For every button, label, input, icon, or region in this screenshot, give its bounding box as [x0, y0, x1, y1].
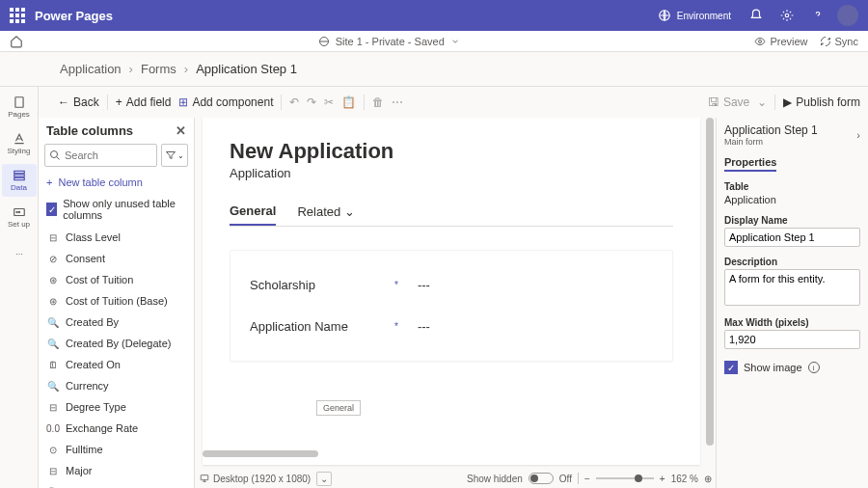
site-picker[interactable]: Site 1 - Private - Saved — [23, 36, 754, 47]
display-name-input[interactable] — [724, 228, 860, 247]
more-button[interactable]: ⋯ — [392, 95, 403, 109]
column-item[interactable]: ⊟Degree Type — [39, 396, 194, 418]
close-panel-button[interactable]: ✕ — [176, 123, 186, 138]
crumb-forms[interactable]: Forms — [141, 62, 176, 76]
notifications-button[interactable] — [741, 0, 772, 31]
search-input[interactable] — [65, 149, 132, 161]
sync-icon — [820, 36, 831, 47]
column-item[interactable]: 0.0Exchange Rate — [39, 418, 194, 439]
pages-icon — [13, 95, 26, 109]
top-bar: Power Pages Environment — [0, 0, 868, 31]
toggle-state: Off — [559, 474, 572, 484]
help-button[interactable] — [802, 0, 833, 31]
column-item[interactable]: ⊛Cost of Tuition (Base) — [39, 290, 194, 312]
environment-picker[interactable]: Environment — [658, 9, 731, 22]
description-input[interactable]: A form for this entity. — [724, 269, 860, 306]
nav-pages[interactable]: Pages — [2, 91, 37, 123]
user-avatar[interactable] — [837, 5, 858, 26]
nav-setup[interactable]: Set up — [2, 201, 37, 233]
tab-general[interactable]: General — [230, 198, 276, 226]
column-item[interactable]: ⊛Cost of Tuition — [39, 269, 194, 290]
column-type-icon: 🔍 — [46, 381, 60, 392]
column-item[interactable]: ⊟Major — [39, 460, 194, 481]
column-item[interactable]: 🔍Currency — [39, 375, 194, 396]
table-label: Table — [724, 181, 860, 192]
column-label: Consent — [66, 253, 105, 264]
settings-button[interactable] — [772, 0, 802, 31]
action-toolbar: ←Back +Add field ⊞Add component ↶ ↷ ✂ 📋 … — [50, 87, 868, 118]
column-item[interactable]: 🔍Created By — [39, 312, 194, 333]
canvas-hscrollbar[interactable] — [203, 450, 318, 457]
column-type-icon: 🔍 — [46, 339, 60, 349]
svg-point-11 — [51, 151, 58, 158]
column-item[interactable]: ⊙Fulltime — [39, 439, 194, 460]
column-label: Exchange Rate — [66, 422, 138, 434]
column-type-icon: ⊟ — [46, 232, 60, 243]
show-image-checkbox[interactable]: ✓ Show image i — [724, 361, 860, 374]
undo-button[interactable]: ↶ — [289, 95, 299, 109]
paste-button[interactable]: 📋 — [341, 95, 356, 109]
column-label: Created By — [66, 316, 119, 328]
save-button[interactable]: 🖫Save — [708, 95, 749, 109]
svg-point-3 — [759, 40, 762, 42]
nav-data[interactable]: Data — [2, 164, 37, 197]
publish-button[interactable]: ▶Publish form — [783, 95, 860, 109]
svg-point-1 — [785, 14, 789, 17]
column-label: Fulltime — [66, 444, 103, 455]
preview-button[interactable]: Preview — [754, 36, 807, 47]
column-item[interactable]: 🗓Created On — [39, 354, 194, 375]
rp-title: Application Step 1 — [724, 123, 818, 137]
add-field-button[interactable]: +Add field — [116, 95, 172, 109]
form-field[interactable]: Scholarship*--- — [250, 264, 653, 306]
section-badge[interactable]: General — [316, 400, 361, 416]
tab-related[interactable]: Related⌄ — [297, 198, 355, 226]
maxwidth-input[interactable] — [724, 330, 860, 349]
column-item[interactable]: ⊟Class Level — [39, 227, 194, 248]
zoom-slider[interactable] — [596, 477, 654, 479]
nav-more[interactable]: ⋯ — [2, 237, 37, 270]
column-item[interactable]: 🔍Created By (Delegate) — [39, 333, 194, 354]
nav-styling[interactable]: Styling — [2, 127, 37, 160]
expand-panel-button[interactable]: › — [856, 129, 860, 141]
column-item[interactable]: ⊘Consent — [39, 248, 194, 269]
zoom-out-button[interactable]: − — [584, 474, 590, 484]
redo-button[interactable]: ↷ — [307, 95, 316, 109]
svg-point-10 — [18, 211, 19, 212]
column-type-icon: ⊛ — [46, 296, 60, 307]
cut-button[interactable]: ✂ — [324, 95, 334, 109]
app-launcher-icon[interactable] — [10, 8, 25, 23]
add-component-button[interactable]: ⊞Add component — [178, 95, 273, 109]
viewport-dropdown[interactable]: ⌄ — [316, 472, 332, 486]
filter-icon — [165, 149, 176, 161]
svg-rect-6 — [14, 175, 24, 176]
save-dropdown[interactable]: ⌄ — [757, 95, 767, 109]
viewport-picker[interactable]: Desktop (1920 x 1080) — [199, 474, 311, 484]
canvas-vscrollbar[interactable] — [706, 118, 714, 446]
home-button[interactable] — [10, 35, 23, 48]
properties-tab[interactable]: Properties — [724, 156, 776, 172]
show-hidden-toggle[interactable] — [529, 473, 554, 484]
sync-button[interactable]: Sync — [820, 36, 858, 47]
home-icon — [10, 35, 23, 48]
zoom-fit-button[interactable]: ⊕ — [704, 474, 712, 484]
column-type-icon: ⊟ — [46, 402, 60, 413]
info-icon[interactable]: i — [808, 362, 820, 373]
column-label: Cost of Tuition — [66, 274, 133, 285]
fields-section: Scholarship*---Application Name*--- — [230, 250, 673, 362]
chevron-right-icon: › — [184, 62, 188, 76]
search-icon — [49, 149, 61, 161]
left-nav: Pages Styling Data Set up ⋯ — [0, 87, 39, 488]
filter-button[interactable]: ⌄ — [161, 144, 188, 167]
show-unused-checkbox[interactable]: ✓ Show only unused table columns — [39, 192, 194, 227]
back-button[interactable]: ←Back — [58, 95, 99, 109]
form-field[interactable]: Application Name*--- — [250, 306, 653, 347]
column-label: Created By (Delegate) — [66, 338, 171, 349]
zoom-in-button[interactable]: + — [660, 474, 665, 484]
new-column-button[interactable]: +New table column — [39, 173, 194, 192]
form-canvas[interactable]: New Application Application General Rela… — [203, 118, 700, 465]
search-input-wrapper[interactable] — [44, 144, 157, 167]
column-item[interactable]: 🔍Modified By — [39, 481, 194, 488]
delete-button[interactable]: 🗑 — [372, 95, 384, 109]
form-tabs: General Related⌄ — [230, 198, 673, 227]
crumb-application[interactable]: Application — [60, 62, 122, 76]
